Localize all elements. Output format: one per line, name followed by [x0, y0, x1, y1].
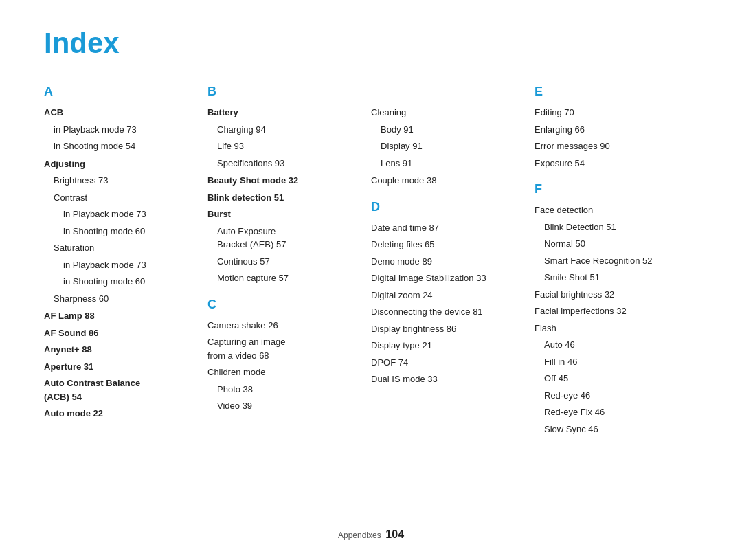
entry-facial-imperfections: Facial imperfections 32	[535, 304, 684, 318]
entry-adjusting: Adjusting	[44, 157, 194, 171]
entry-aperture: Aperture 31	[44, 360, 194, 374]
title-divider	[44, 65, 698, 65]
letter-c: C	[207, 298, 357, 312]
entry-flash-redeye-fix: Red-eye Fix 46	[535, 405, 684, 419]
entry-auto-mode: Auto mode 22	[44, 407, 194, 421]
entry-af-lamp: AF Lamp 88	[44, 309, 194, 323]
entry-smart-face: Smart Face Recognition 52	[535, 254, 684, 268]
index-columns: A ACB in Playback mode 73 in Shooting mo…	[44, 85, 698, 439]
entry-anynet: Anynet+ 88	[44, 343, 194, 357]
column-d: _ Cleaning Body 91 Display 91 Lens 91 Co…	[371, 85, 535, 439]
column-bc: B Battery Charging 94 Life 93 Specificat…	[207, 85, 371, 439]
entry-cleaning: Cleaning	[371, 106, 521, 120]
entry-exposure: Exposure 54	[535, 157, 684, 170]
entry-saturation-playback: in Playback mode 73	[44, 258, 194, 272]
letter-f: F	[535, 182, 684, 197]
entry-couple-mode: Couple mode 38	[371, 174, 521, 188]
entry-deleting: Deleting files 65	[371, 238, 521, 251]
entry-sharpness: Sharpness 60	[44, 292, 194, 306]
entry-saturation: Saturation	[44, 241, 194, 255]
entry-beauty-shot: Beauty Shot mode 32	[207, 174, 357, 188]
entry-demo-mode: Demo mode 89	[371, 255, 521, 269]
entry-body: Body 91	[371, 123, 521, 137]
entry-display-brightness: Display brightness 86	[371, 322, 521, 336]
entry-digital-zoom: Digital zoom 24	[371, 289, 521, 302]
entry-brightness: Brightness 73	[44, 174, 194, 188]
entry-date-time: Date and time 87	[371, 221, 521, 235]
entry-battery: Battery	[207, 106, 357, 120]
entry-flash-fill: Fill in 46	[535, 355, 684, 369]
entry-display-type: Display type 21	[371, 339, 521, 352]
entry-acb: ACB	[44, 106, 194, 120]
entry-photo: Photo 38	[207, 383, 357, 396]
entry-life: Life 93	[207, 139, 357, 153]
letter-e: E	[535, 85, 684, 99]
footer: Appendixes 104	[0, 528, 742, 541]
page-title: Index	[44, 27, 698, 59]
entry-contrast: Contrast	[44, 191, 194, 205]
entry-contrast-playback: in Playback mode 73	[44, 208, 194, 221]
letter-d: D	[371, 200, 521, 214]
footer-page: 104	[385, 528, 404, 540]
footer-label: Appendixes	[338, 530, 381, 540]
entry-normal: Normal 50	[535, 237, 684, 251]
entry-flash-slow-sync: Slow Sync 46	[535, 423, 684, 436]
column-a: A ACB in Playback mode 73 in Shooting mo…	[44, 85, 207, 439]
entry-flash-redeye: Red-eye 46	[535, 389, 684, 403]
letter-spacer: _	[371, 85, 521, 99]
entry-blink-det: Blink Detection 51	[535, 221, 684, 234]
entry-smile-shot: Smile Shot 51	[535, 271, 684, 284]
entry-dpof: DPOF 74	[371, 356, 521, 370]
entry-saturation-shooting: in Shooting mode 60	[44, 275, 194, 289]
page: Index A ACB in Playback mode 73 in Shoot…	[0, 0, 742, 560]
entry-enlarging: Enlarging 66	[535, 123, 684, 137]
entry-error-messages: Error messages 90	[535, 139, 684, 153]
entry-charging: Charging 94	[207, 123, 357, 137]
entry-af-sound: AF Sound 86	[44, 326, 194, 340]
entry-acb-playback: in Playback mode 73	[44, 123, 194, 137]
letter-a: A	[44, 85, 194, 99]
entry-lens: Lens 91	[371, 157, 521, 170]
entry-motion-capture: Motion capture 57	[207, 271, 357, 285]
entry-flash: Flash	[535, 322, 684, 335]
entry-editing: Editing 70	[535, 106, 684, 120]
entry-children-mode: Children mode	[207, 366, 357, 379]
entry-display-clean: Display 91	[371, 139, 521, 153]
column-ef: E Editing 70 Enlarging 66 Error messages…	[535, 85, 698, 439]
entry-disconnecting: Disconnecting the device 81	[371, 305, 521, 319]
entry-camera-shake: Camera shake 26	[207, 319, 357, 333]
letter-b: B	[207, 85, 357, 99]
entry-video: Video 39	[207, 399, 357, 413]
entry-contrast-shooting: in Shooting mode 60	[44, 225, 194, 238]
entry-specifications: Specifications 93	[207, 157, 357, 170]
entry-capturing: Capturing an imagefrom a video 68	[207, 335, 357, 362]
entry-acb-shooting: in Shooting mode 54	[44, 139, 194, 153]
entry-aeb: Auto ExposureBracket (AEB) 57	[207, 225, 357, 251]
entry-flash-off: Off 45	[535, 372, 684, 385]
entry-dis: Digital Image Stabilization 33	[371, 271, 521, 285]
entry-acb-full: Auto Contrast Balance(ACB) 54	[44, 377, 194, 403]
entry-flash-auto: Auto 46	[535, 338, 684, 352]
entry-face-detection: Face detection	[535, 203, 684, 217]
entry-dual-is: Dual IS mode 33	[371, 372, 521, 386]
entry-burst: Burst	[207, 208, 357, 221]
entry-facial-brightness: Facial brightness 32	[535, 288, 684, 302]
entry-continous: Continous 57	[207, 255, 357, 269]
entry-blink-detection: Blink detection 51	[207, 191, 357, 205]
